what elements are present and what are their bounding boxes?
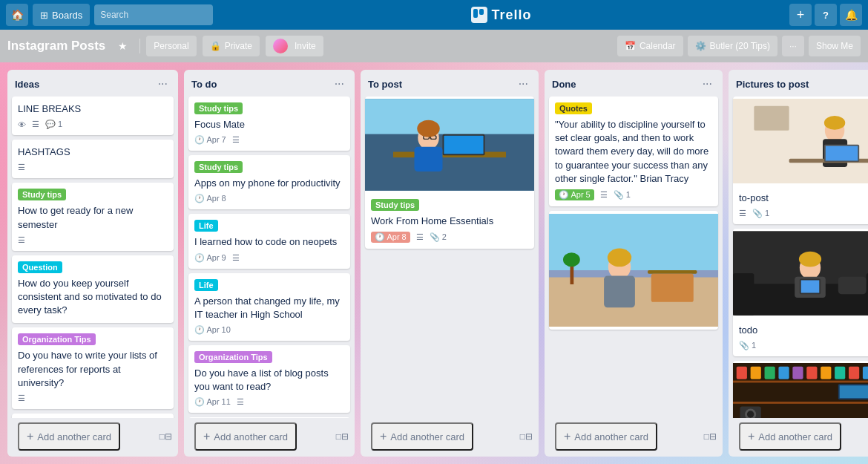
card-title: I learned how to code on neopets [194,235,344,249]
list-ideas: Ideas ··· LINE BREAKS 👁 ☰ 💬 1 HASHTAGS [7,70,178,457]
invite-label: Invite [295,41,316,51]
personal-button[interactable]: Personal [146,36,196,56]
card-focus-mate[interactable]: Study tips Focus Mate 🕐 Apr 7 ☰ [188,97,350,151]
plus-icon: + [203,430,210,443]
list-todo-header: To do ··· [184,70,355,97]
card-title: Apps on my phone for productivity [194,177,344,190]
add-card-label: Add another card [758,431,832,442]
card-meta: ☰ [18,163,168,172]
add-card-todo-button[interactable]: + Add another card [194,422,297,451]
lists-container: Ideas ··· LINE BREAKS 👁 ☰ 💬 1 HASHTAGS [0,62,868,464]
plus-icon: + [748,430,754,443]
card-cafe-image[interactable] [733,361,868,418]
header-divider [139,39,140,53]
list-todo-menu-button[interactable]: ··· [332,76,347,92]
list-pictures-title: Pictures to post [736,79,809,90]
card-neopets[interactable]: Life I learned how to code on neopets 🕐 … [188,214,350,268]
calendar-label: Calendar [640,41,676,51]
info-button[interactable]: ? [815,4,837,26]
svg-rect-57 [849,367,859,379]
svg-rect-47 [733,402,868,404]
svg-rect-53 [792,367,803,379]
card-brian-tracy[interactable]: Quotes "Your ability to discipline yours… [549,97,718,206]
list-done-menu-button[interactable]: ··· [700,76,715,92]
card-todo-image[interactable]: todo 📎 1 [733,229,868,356]
attachment-meta: 📎 1 [752,209,769,218]
card-line-breaks[interactable]: LINE BREAKS 👁 ☰ 💬 1 [12,97,174,135]
trello-logo: Trello [217,7,785,23]
board-background: Ideas ··· LINE BREAKS 👁 ☰ 💬 1 HASHTAGS [0,62,868,464]
private-button[interactable]: 🔒 Private [203,36,260,56]
date-meta-overdue: 🕐 Apr 8 [371,232,410,243]
search-input[interactable] [94,4,213,25]
boards-button[interactable]: ⊞ Boards [33,4,90,26]
butler-button[interactable]: ⚙️ Butler (20 Tips) [688,36,777,56]
card-new-semester[interactable]: Study tips How to get ready for a new se… [12,183,174,250]
list-topost-title: To post [368,79,402,90]
trello-logo-text: Trello [492,7,532,23]
card-meta: 👁 ☰ 💬 1 [18,120,168,129]
svg-point-24 [563,252,580,267]
plus-icon: + [27,430,33,443]
nav-right: + ? 🔔 [789,4,862,26]
card-topost-image[interactable]: to-post ☰ 📎 1 [733,97,868,224]
comment-meta: 💬 1 [45,120,62,129]
attachment-meta: 📎 1 [614,190,631,200]
add-card-done-button[interactable]: + Add another card [555,422,657,451]
archive-icon[interactable]: ⊟ [160,431,172,442]
calendar-button[interactable]: 📅 Calendar [617,36,683,56]
svg-rect-1 [473,9,478,18]
svg-rect-8 [444,136,483,154]
card-label: Study tips [194,102,243,114]
list-meta: ☰ [739,209,746,218]
card-label: Organization Tips [194,351,272,363]
info-icon: ? [823,10,829,21]
notifications-button[interactable]: 🔔 [840,4,862,26]
archive-icon[interactable]: ⊟ [336,431,349,442]
svg-rect-55 [821,367,831,379]
card-meta: 🕐 Apr 11 ☰ [194,397,344,407]
card-woman-outdoor[interactable] [549,211,718,330]
add-button[interactable]: + [789,4,812,26]
more-icon: ··· [789,41,797,51]
plus-icon: + [380,430,387,443]
add-card-pictures-button[interactable]: + Add another card [739,422,841,451]
card-blog-posts[interactable]: Organization Tips Do you have a list of … [188,345,350,413]
card-title: Work From Home Essentials [371,215,528,228]
svg-rect-46 [733,381,868,383]
card-apps-productivity[interactable]: Study tips Apps on my phone for producti… [188,155,350,209]
svg-rect-51 [765,367,775,379]
card-references[interactable]: Organization Tips Do you have to write y… [12,327,174,409]
list-topost-menu-button[interactable]: ··· [516,76,531,92]
add-card-topost-button[interactable]: + Add another card [371,422,473,451]
add-card-ideas-button[interactable]: + Add another card [18,422,120,451]
invite-button[interactable]: Invite [266,36,323,56]
card-title: todo [739,324,868,337]
card-it-teacher[interactable]: Life A person that changed my life, my I… [188,273,350,341]
home-button[interactable]: 🏠 [6,4,28,26]
list-topost: To post ··· [361,70,539,457]
card-wfh-essentials[interactable]: Study tips Work From Home Essentials 🕐 A… [365,97,534,249]
archive-icon[interactable]: ⊟ [704,431,717,442]
list-meta: ☰ [232,135,240,145]
list-ideas-menu-button[interactable]: ··· [155,76,171,92]
card-title: How do you keep yourself consistent and … [18,277,168,318]
show-menu-button[interactable]: Show Me [809,36,861,56]
top-nav: 🏠 ⊞ Boards Trello + ? 🔔 [0,0,868,30]
grid-icon: ⊞ [40,10,48,21]
star-button[interactable]: ★ [111,35,134,57]
board-title: Instagram Posts [7,39,105,53]
list-pictures-footer: + Add another card ⊟ [729,418,868,457]
butler-label: Butler (20 Tips) [710,41,770,51]
svg-rect-60 [840,386,868,399]
svg-point-40 [799,252,821,267]
archive-icon[interactable]: ⊟ [520,431,533,442]
svg-rect-2 [479,9,484,15]
card-consistent[interactable]: Question How do you keep yourself consis… [12,255,174,324]
list-topost-header: To post ··· [361,70,539,97]
card-hashtags[interactable]: HASHTAGS ☰ [12,140,174,178]
private-label: Private [225,41,252,51]
more-button[interactable]: ··· [782,36,804,56]
svg-point-30 [824,116,845,130]
list-done-body: Quotes "Your ability to discipline yours… [545,97,723,418]
